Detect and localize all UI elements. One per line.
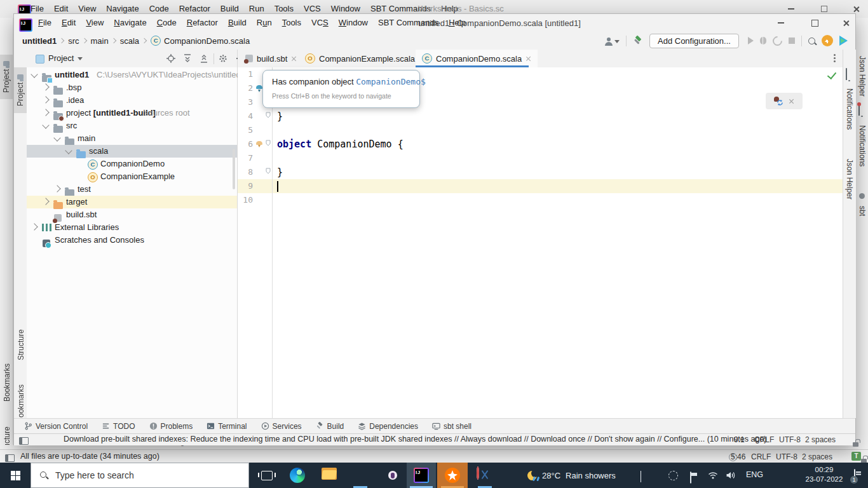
- menu-build[interactable]: Build: [223, 14, 252, 32]
- tree-item-src[interactable]: src: [27, 119, 237, 132]
- maximize-button[interactable]: [804, 16, 825, 30]
- gear-icon[interactable]: [219, 54, 227, 63]
- chevron-down-icon[interactable]: [42, 121, 49, 128]
- chevron-right-icon[interactable]: [42, 109, 49, 116]
- taskbar-search[interactable]: Type here to search: [31, 463, 249, 488]
- breadcrumb-scala[interactable]: scala: [120, 36, 139, 46]
- toolwindow-problems[interactable]: Problems: [149, 422, 193, 431]
- encoding-selector[interactable]: UTF-8: [779, 435, 801, 444]
- menu-window[interactable]: Window: [334, 14, 373, 32]
- tree-item-scala[interactable]: scala: [27, 145, 237, 158]
- bg-status-indent[interactable]: 2 spaces: [802, 452, 832, 461]
- locate-icon[interactable]: [166, 54, 175, 63]
- task-view-button[interactable]: [254, 463, 280, 488]
- tray-expand-button[interactable]: [641, 471, 641, 483]
- menu-file[interactable]: File: [33, 14, 57, 32]
- run-button[interactable]: [748, 37, 754, 44]
- editor[interactable]: 1 2 3 4 5 6 7 8 9 10 } object CompanionD…: [238, 67, 843, 418]
- bg-status-line-ending[interactable]: CRLF: [751, 452, 771, 461]
- chevron-down-icon[interactable]: [31, 71, 37, 78]
- breadcrumb-project[interactable]: untitled1: [22, 36, 57, 46]
- tab-companiondemo[interactable]: C CompanionDemo.scala: [416, 50, 538, 67]
- breadcrumb-main[interactable]: main: [91, 36, 109, 46]
- bg-stripe-bookmarks[interactable]: Bookmarks: [1, 356, 13, 409]
- chevron-down-icon[interactable]: [65, 147, 72, 154]
- bg-stripe-json-helper[interactable]: Json Helper: [857, 46, 867, 107]
- menu-navigate[interactable]: Navigate: [109, 14, 151, 32]
- tree-item-untitled1[interactable]: untitled1 C:\Users\AVYUKT\IdeaProjects\u…: [27, 69, 237, 81]
- stripe-structure[interactable]: Structure: [15, 320, 27, 370]
- bg-status-time[interactable]: 5:46: [731, 452, 745, 461]
- volume-icon[interactable]: [726, 471, 736, 480]
- profile-button[interactable]: [605, 36, 620, 46]
- action-center-button[interactable]: 1: [854, 470, 855, 481]
- build-hammer-icon[interactable]: [633, 36, 643, 46]
- coverage-button[interactable]: [771, 34, 784, 47]
- wifi-icon[interactable]: [708, 471, 718, 480]
- inspections-ok-icon[interactable]: [827, 70, 836, 79]
- toolwindow-toggle-icon[interactable]: [5, 454, 15, 462]
- menu-vcs[interactable]: VCS: [306, 14, 334, 32]
- chevron-down-icon[interactable]: [53, 134, 60, 141]
- tree-item-companiondemo[interactable]: C CompanionDemo: [27, 158, 237, 170]
- menu-edit[interactable]: Edit: [57, 14, 81, 32]
- more-options-icon[interactable]: [834, 54, 836, 56]
- expand-all-icon[interactable]: [183, 54, 192, 63]
- toolwindow-todo[interactable]: TODO: [102, 422, 135, 431]
- tab-build-sbt[interactable]: build.sbt: [239, 50, 303, 67]
- snipping-tool-icon[interactable]: [477, 466, 479, 480]
- toolwindow-services[interactable]: Services: [261, 422, 302, 431]
- tree-item-bsp[interactable]: .bsp: [27, 81, 237, 94]
- add-configuration-button[interactable]: Add Configuration...: [649, 34, 739, 48]
- toolwindow-version-control[interactable]: Version Control: [24, 422, 88, 431]
- menu-view[interactable]: View: [81, 14, 109, 32]
- bg-stripe-sbt[interactable]: sbt: [857, 202, 867, 220]
- language-indicator[interactable]: ENG: [746, 470, 763, 479]
- stripe-json-helper[interactable]: Json Helper: [844, 150, 855, 208]
- menu-refactor[interactable]: Refactor: [182, 14, 223, 32]
- breadcrumb-file[interactable]: CompanionDemo.scala: [164, 36, 250, 46]
- menu-code[interactable]: Code: [152, 14, 182, 32]
- tree-item-companionexample[interactable]: O CompanionExample: [27, 170, 237, 183]
- intellij-taskbar-slot[interactable]: IJ: [407, 463, 436, 488]
- battery-icon[interactable]: [690, 471, 691, 484]
- start-button[interactable]: [0, 463, 31, 488]
- tree-scrollbar[interactable]: [233, 149, 235, 189]
- line-ending-selector[interactable]: CRLF: [754, 435, 774, 444]
- tooltip-link[interactable]: CompanionDemo$: [356, 77, 426, 86]
- tree-item-scratches[interactable]: Scratches and Consoles: [27, 234, 237, 247]
- weather-widget[interactable]: 28°C Rain showers: [527, 463, 616, 488]
- fold-marker[interactable]: [266, 168, 271, 174]
- chevron-right-icon[interactable]: [31, 223, 37, 230]
- chevron-right-icon[interactable]: [53, 185, 60, 192]
- bg-stripe-notifications[interactable]: Notifications: [857, 116, 867, 177]
- tree-item-idea[interactable]: .idea: [27, 94, 237, 107]
- minimize-button[interactable]: [770, 16, 792, 30]
- toolwindow-terminal[interactable]: Terminal: [207, 422, 247, 431]
- caret-position[interactable]: 9:1: [734, 435, 745, 444]
- lock-icon[interactable]: [853, 442, 858, 447]
- toolwindow-toggle-icon[interactable]: [19, 437, 29, 445]
- t-badge[interactable]: T: [851, 452, 861, 461]
- tree-item-main[interactable]: main: [27, 132, 237, 145]
- sbt-reload-icon[interactable]: [774, 97, 783, 105]
- chevron-right-icon[interactable]: [42, 96, 49, 103]
- tree-item-test[interactable]: test: [27, 183, 237, 196]
- fold-marker[interactable]: [266, 112, 271, 118]
- status-message[interactable]: Download pre-built shared indexes: Reduc…: [64, 435, 766, 444]
- menu-run[interactable]: Run: [252, 14, 277, 32]
- tree-item-project-build[interactable]: project [untitled1-build] sources root: [27, 107, 237, 119]
- avast-taskbar-slot[interactable]: [437, 463, 468, 488]
- scala-plugin-icon[interactable]: [839, 36, 848, 46]
- bg-stripe-project[interactable]: Project: [0, 55, 13, 99]
- fold-marker[interactable]: [266, 140, 271, 146]
- close-icon[interactable]: [789, 98, 794, 104]
- indent-selector[interactable]: 2 spaces: [805, 435, 836, 444]
- tab-companionexample[interactable]: O CompanionExample.scala: [299, 50, 431, 67]
- collapse-all-icon[interactable]: [200, 54, 208, 63]
- bg-status-encoding[interactable]: UTF-8: [776, 452, 797, 461]
- tree-item-build-sbt[interactable]: build.sbt: [27, 208, 237, 221]
- stripe-project[interactable]: Project: [14, 67, 27, 113]
- stripe-notifications[interactable]: Notifications: [844, 80, 855, 139]
- close-icon[interactable]: [526, 56, 531, 62]
